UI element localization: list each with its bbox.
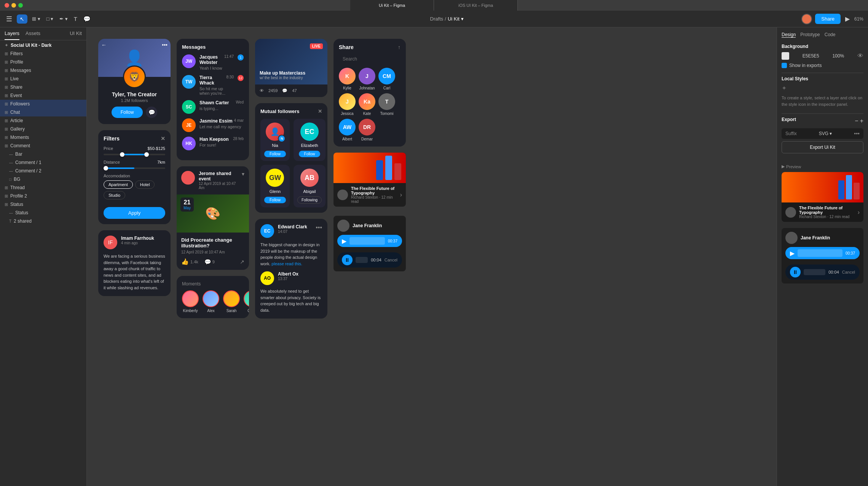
distance-slider[interactable]	[104, 167, 165, 169]
msg-item-3[interactable]: SC Shawn Carter Wed is typing...	[182, 100, 244, 114]
layer-item-article[interactable]: ⊞ Article	[0, 116, 86, 125]
text-tool[interactable]: T	[72, 14, 79, 24]
share-name-carl: Carl	[378, 86, 395, 90]
record-button[interactable]: ⏸	[342, 255, 353, 265]
layer-item-chat[interactable]: ⊞ Chat	[0, 108, 86, 116]
frame-tool[interactable]: ⊞ ▾	[30, 14, 42, 23]
follow-button[interactable]: Follow	[112, 107, 143, 118]
layer-item-live[interactable]: ⊞ Live	[0, 75, 86, 83]
pen-tool[interactable]: ✒ ▾	[58, 14, 69, 23]
cursor-tool[interactable]: ↖	[17, 14, 27, 24]
thread-author-name: Imam Farrhouk	[121, 236, 154, 241]
shape-tool[interactable]: □ ▾	[45, 14, 55, 23]
tab-design[interactable]: Design	[782, 32, 796, 38]
tab-layers[interactable]: Layers	[5, 30, 19, 40]
back-icon[interactable]: ←	[101, 42, 107, 48]
layer-item-messages[interactable]: ⊞ Messages	[0, 66, 86, 75]
layer-item-status2[interactable]: — Status	[0, 209, 86, 217]
user-avatar[interactable]	[801, 14, 812, 24]
audio-player[interactable]: ▶ 00:37	[337, 235, 402, 247]
apply-button[interactable]: Apply	[104, 207, 165, 219]
layer-item-gallery[interactable]: ⊞ Gallery	[0, 125, 86, 133]
layer-item-bg[interactable]: □ BG	[0, 175, 86, 183]
comment-tool[interactable]: 💬	[82, 14, 92, 24]
show-exports-checkbox[interactable]	[782, 63, 787, 68]
minimize-button[interactable]	[11, 3, 16, 8]
tab-code[interactable]: Code	[825, 32, 836, 38]
preview-chevron-icon[interactable]: ›	[400, 191, 402, 198]
share-button[interactable]: Share	[815, 14, 841, 24]
follow-button-nia[interactable]: Follow	[264, 151, 286, 157]
slider-thumb-right[interactable]	[144, 152, 149, 157]
play-icon[interactable]: ▶	[342, 237, 346, 245]
right-preview-chevron-icon[interactable]: ›	[858, 209, 860, 216]
more-icon[interactable]: •••	[162, 42, 168, 48]
export-minus-button[interactable]: −	[855, 118, 858, 124]
ec-link[interactable]: please read this.	[271, 261, 302, 266]
layer-item-event[interactable]: ⊞ Event	[0, 91, 86, 100]
export-plus-button[interactable]: +	[860, 118, 863, 124]
layer-item-comment[interactable]: ⊞ Comment	[0, 142, 86, 150]
right-preview-card: The Flexible Future of Typography Richar…	[782, 172, 863, 222]
right-audio-player[interactable]: ▶ 00:37	[785, 247, 860, 259]
msg-item-1[interactable]: JW Jacques Webster 11:47 Yeah I know 1	[182, 54, 244, 70]
breadcrumb-parent[interactable]: Drafts	[430, 16, 444, 22]
fullscreen-button[interactable]	[18, 3, 23, 8]
tab-prototype[interactable]: Prototype	[800, 32, 820, 38]
filter-close-icon[interactable]: ✕	[161, 135, 165, 142]
layer-item-comment1[interactable]: — Comment / 1	[0, 158, 86, 167]
follow-button-glenn[interactable]: Follow	[264, 197, 286, 203]
event-expand-icon[interactable]: ▾	[242, 171, 244, 177]
share-search-input[interactable]	[339, 54, 400, 64]
msg-item-5[interactable]: HK Han Keepson 28 feb For sure!	[182, 137, 244, 150]
export-button[interactable]: Export Ui Kit	[782, 141, 863, 153]
following-button-abigail[interactable]: Following	[297, 196, 322, 204]
share-upload-icon[interactable]: ↑	[398, 44, 400, 50]
layer-item-shared[interactable]: T 2 shared	[0, 217, 86, 225]
message-button[interactable]: 💬	[146, 107, 157, 118]
tab-figma-right[interactable]: iOS UI Kit – Figma	[434, 0, 518, 11]
price-slider[interactable]	[104, 154, 165, 155]
msg-time-2: 8:30	[227, 75, 234, 86]
export-more-icon[interactable]: •••	[854, 131, 860, 137]
right-cancel-button[interactable]: Cancel	[842, 270, 855, 274]
msg-item-4[interactable]: JE Jasmine Essim 4 mar Let me call my ag…	[182, 118, 244, 132]
zoom-level[interactable]: 61%	[854, 16, 863, 22]
layer-item-bar[interactable]: — Bar	[0, 150, 86, 158]
layer-item-followers[interactable]: ⊞ Followers	[0, 100, 86, 108]
ec-more-icon[interactable]: •••	[316, 224, 322, 231]
layer-item-profile[interactable]: ⊞ Profile	[0, 58, 86, 66]
layer-item-profile2[interactable]: ⊞ Profile 2	[0, 192, 86, 200]
layer-item-filters[interactable]: ⊞ Filters	[0, 49, 86, 58]
slider-thumb-left[interactable]	[120, 152, 124, 157]
layer-item-comment2[interactable]: — Comment / 2	[0, 167, 86, 175]
preview-chevron-icon[interactable]: ▶	[782, 164, 785, 169]
layer-item-thread[interactable]: ⊞ Thread	[0, 183, 86, 192]
close-button[interactable]	[5, 3, 9, 8]
plus-minus-buttons: − +	[855, 118, 863, 124]
tab-figma-left[interactable]: Ui Kit – Figma	[350, 0, 434, 11]
cancel-button[interactable]: Cancel	[385, 258, 397, 262]
bg-color-swatch[interactable]	[782, 52, 789, 60]
tab-ui-kit[interactable]: UI Kit	[70, 30, 82, 40]
msg-item-2[interactable]: TW Tierra Whack 8:30 So hit me up when y…	[182, 75, 244, 96]
present-icon[interactable]: ▶	[844, 14, 851, 24]
layer-item-share[interactable]: ⊞ Share	[0, 83, 86, 91]
slider-thumb[interactable]	[104, 166, 108, 170]
layer-item-status[interactable]: ⊞ Status	[0, 200, 86, 209]
tag-studio[interactable]: Studio	[104, 191, 125, 199]
breadcrumb-current[interactable]: Ui Kit ▾	[448, 16, 464, 22]
comment-icon[interactable]: 💬	[204, 259, 211, 265]
menu-icon[interactable]: ☰	[5, 13, 14, 25]
layer-item-moments[interactable]: ⊞ Moments	[0, 133, 86, 142]
follow-button-elizabeth[interactable]: Follow	[299, 151, 321, 157]
right-record-button[interactable]: ⏸	[790, 267, 801, 277]
mutual-close-icon[interactable]: ✕	[318, 108, 322, 114]
tab-assets[interactable]: Assets	[26, 30, 40, 40]
share-icon[interactable]: ↗	[240, 259, 244, 265]
like-icon[interactable]: 👍	[181, 258, 189, 265]
visibility-icon[interactable]: 👁	[857, 53, 863, 59]
tag-hotel[interactable]: Hotel	[135, 180, 155, 189]
tag-apartment[interactable]: Apartment	[104, 180, 133, 189]
right-play-icon[interactable]: ▶	[790, 250, 795, 257]
